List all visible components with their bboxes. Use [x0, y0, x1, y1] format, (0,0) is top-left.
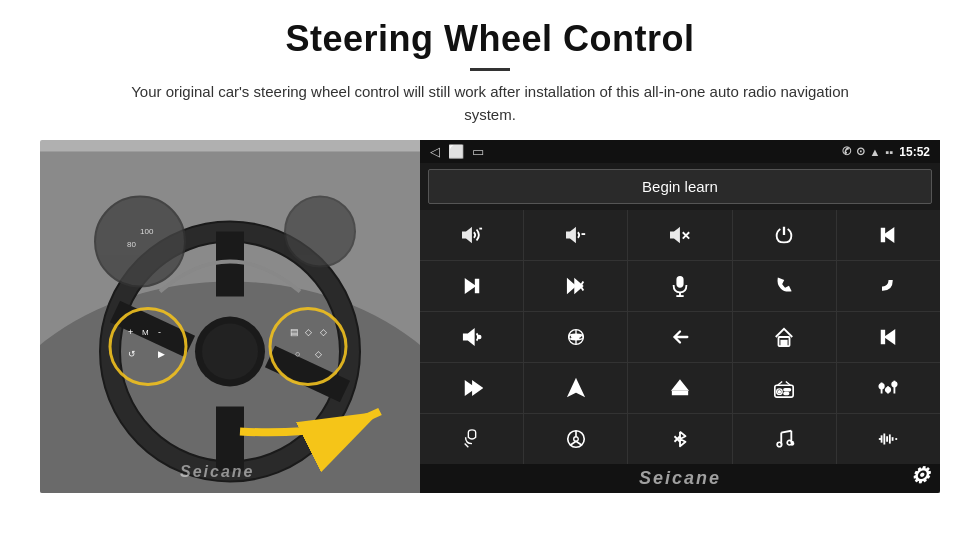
svg-marker-36 — [465, 280, 474, 293]
svg-line-72 — [464, 444, 468, 448]
waveform-button[interactable] — [837, 414, 940, 464]
brand-footer: Seicane ⚙ — [420, 464, 940, 493]
recents-nav-icon[interactable]: ▭ — [472, 144, 484, 159]
home-button[interactable] — [733, 312, 836, 362]
statusbar-right: ✆ ⊙ ▲ ▪▪ 15:52 — [842, 145, 930, 159]
next-track-button[interactable] — [420, 261, 523, 311]
svg-point-74 — [573, 437, 578, 442]
svg-point-71 — [893, 382, 898, 387]
svg-marker-32 — [671, 229, 679, 242]
wifi-icon: ▲ — [870, 146, 881, 158]
svg-text:↺: ↺ — [128, 349, 136, 359]
svg-point-23 — [285, 197, 355, 267]
svg-point-22 — [95, 197, 185, 287]
status-time: 15:52 — [899, 145, 930, 159]
svg-text:○: ○ — [295, 349, 300, 359]
battery-icon: ▪▪ — [885, 146, 893, 158]
svg-text:♪: ♪ — [792, 440, 795, 446]
radio-button[interactable] — [733, 363, 836, 413]
svg-marker-54 — [886, 331, 895, 344]
360-button[interactable]: 360° — [524, 312, 627, 362]
vol-down-button[interactable] — [524, 210, 627, 260]
svg-line-42 — [580, 286, 583, 291]
location-icon: ⊙ — [856, 145, 865, 158]
content-area: + M - ↺ ▶ ▤ ◇ ◇ ○ ◇ 80 100 — [40, 140, 940, 493]
begin-learn-row: Begin learn — [420, 163, 940, 210]
phone-call-button[interactable] — [733, 261, 836, 311]
phone-icon: ✆ — [842, 145, 851, 158]
svg-rect-55 — [882, 331, 885, 344]
brand-name: Seicane — [639, 468, 721, 488]
title-section: Steering Wheel Control Your original car… — [40, 18, 940, 126]
svg-text:▤: ▤ — [290, 327, 299, 337]
svg-text:◇: ◇ — [320, 327, 327, 337]
svg-point-69 — [880, 384, 885, 389]
back-nav-icon[interactable]: ◁ — [430, 144, 440, 159]
svg-marker-57 — [473, 382, 482, 395]
prev-track-button[interactable] — [837, 312, 940, 362]
android-statusbar: ◁ ⬜ ▭ ✆ ⊙ ▲ ▪▪ 15:52 — [420, 140, 940, 163]
car-image-panel: + M - ↺ ▶ ▤ ◇ ◇ ○ ◇ 80 100 — [40, 140, 420, 493]
svg-text:+: + — [128, 327, 133, 337]
svg-line-41 — [580, 281, 583, 286]
skip-back-phone-button[interactable] — [837, 210, 940, 260]
svg-marker-28 — [462, 229, 470, 242]
home-nav-icon[interactable]: ⬜ — [448, 144, 464, 159]
mic-button[interactable] — [628, 261, 731, 311]
svg-text:Seicane: Seicane — [180, 463, 254, 480]
equalizer-button[interactable] — [837, 363, 940, 413]
svg-marker-46 — [463, 330, 473, 345]
svg-rect-53 — [781, 341, 787, 347]
svg-text:M: M — [142, 328, 149, 337]
svg-marker-39 — [568, 280, 575, 293]
svg-marker-58 — [568, 380, 583, 396]
horn-button[interactable] — [420, 312, 523, 362]
title-divider — [470, 68, 510, 71]
svg-point-83 — [777, 442, 782, 447]
steering-button[interactable] — [524, 414, 627, 464]
svg-rect-37 — [475, 280, 478, 293]
mute-button[interactable] — [628, 210, 731, 260]
svg-point-63 — [779, 391, 781, 393]
svg-point-9 — [202, 324, 258, 380]
controls-grid: 360° — [420, 210, 940, 464]
svg-text:80: 80 — [127, 240, 136, 249]
svg-rect-64 — [784, 389, 790, 391]
svg-point-47 — [478, 336, 481, 339]
subtitle-text: Your original car's steering wheel contr… — [115, 81, 865, 126]
back-button[interactable] — [628, 312, 731, 362]
svg-text:◇: ◇ — [315, 349, 322, 359]
svg-point-70 — [886, 388, 891, 393]
svg-text:-: - — [158, 327, 161, 337]
svg-line-76 — [570, 441, 576, 445]
svg-marker-59 — [673, 381, 688, 390]
svg-line-81 — [781, 431, 791, 433]
settings-gear-icon[interactable]: ⚙ — [910, 463, 932, 489]
music-button[interactable]: ♪ — [733, 414, 836, 464]
svg-rect-65 — [784, 393, 789, 395]
svg-text:◇: ◇ — [305, 327, 312, 337]
svg-text:100: 100 — [140, 227, 154, 236]
bluetooth-button[interactable] — [628, 414, 731, 464]
hang-up-button[interactable] — [837, 261, 940, 311]
begin-learn-button[interactable]: Begin learn — [428, 169, 932, 204]
svg-line-77 — [576, 441, 582, 445]
navigate-button[interactable] — [524, 363, 627, 413]
page-title: Steering Wheel Control — [40, 18, 940, 60]
svg-rect-43 — [677, 277, 683, 287]
svg-text:360°: 360° — [571, 335, 581, 340]
skip-forward-button[interactable] — [420, 363, 523, 413]
vol-up-button[interactable] — [420, 210, 523, 260]
svg-marker-30 — [567, 229, 575, 242]
fast-forward-button[interactable] — [524, 261, 627, 311]
page-container: Steering Wheel Control Your original car… — [0, 0, 980, 493]
eject-button[interactable] — [628, 363, 731, 413]
svg-text:▶: ▶ — [158, 349, 165, 359]
mic2-button[interactable] — [420, 414, 523, 464]
svg-rect-60 — [673, 392, 688, 395]
power-button[interactable] — [733, 210, 836, 260]
android-panel: ◁ ⬜ ▭ ✆ ⊙ ▲ ▪▪ 15:52 Begin learn — [420, 140, 940, 493]
statusbar-icons: ✆ ⊙ ▲ ▪▪ — [842, 145, 894, 158]
statusbar-left: ◁ ⬜ ▭ — [430, 144, 484, 159]
